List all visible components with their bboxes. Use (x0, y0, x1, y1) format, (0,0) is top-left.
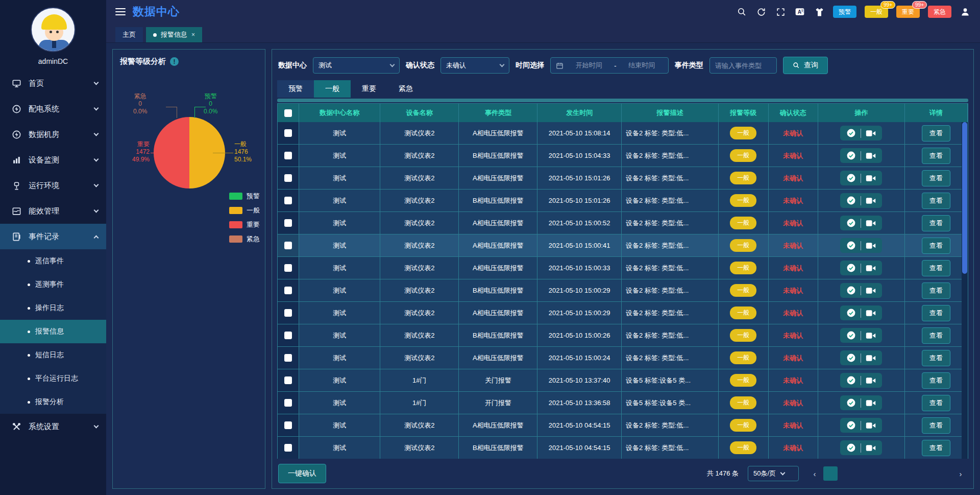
horizontal-scrollbar[interactable] (277, 99, 968, 102)
time-range-picker[interactable]: 开始时间 - 结束时间 (550, 57, 669, 74)
tab-alarm-info[interactable]: 报警信息 × (146, 27, 202, 42)
page-button[interactable] (938, 466, 952, 481)
alarm-tab[interactable]: 紧急 (387, 80, 424, 98)
view-button[interactable]: 查看 (922, 440, 950, 456)
camera-icon[interactable] (866, 174, 876, 182)
page-button[interactable] (872, 466, 887, 481)
hamburger-menu-icon[interactable] (115, 8, 126, 15)
confirm-check-icon[interactable] (846, 420, 856, 430)
row-checkbox[interactable] (284, 444, 292, 452)
confirm-check-icon[interactable] (846, 353, 856, 363)
confirm-check-icon[interactable] (846, 218, 856, 228)
camera-icon[interactable] (866, 152, 876, 160)
badge-urgent[interactable]: 紧急 (928, 6, 951, 18)
confirm-all-button[interactable]: 一键确认 (278, 464, 326, 483)
view-button[interactable]: 查看 (922, 170, 950, 186)
row-checkbox[interactable] (284, 174, 292, 182)
view-button[interactable]: 查看 (922, 282, 950, 299)
sidebar-subitem[interactable]: 短信日志 (0, 343, 106, 367)
confirm-check-icon[interactable] (846, 128, 856, 138)
view-button[interactable]: 查看 (922, 350, 950, 366)
camera-icon[interactable] (866, 287, 876, 295)
status-select[interactable]: 未确认 (440, 57, 509, 74)
sidebar-subitem[interactable]: 遥信事件 (0, 249, 106, 273)
view-button[interactable]: 查看 (922, 305, 950, 321)
camera-icon[interactable] (866, 444, 876, 452)
page-button[interactable] (905, 466, 919, 481)
camera-icon[interactable] (866, 129, 876, 137)
avatar[interactable] (31, 7, 76, 52)
row-checkbox[interactable] (284, 129, 292, 137)
scrollbar-thumb[interactable] (962, 122, 967, 274)
row-checkbox[interactable] (284, 332, 292, 339)
translate-icon[interactable]: A文 (794, 6, 805, 17)
page-button[interactable] (921, 466, 936, 481)
view-button[interactable]: 查看 (922, 215, 950, 231)
page-button[interactable] (889, 466, 903, 481)
confirm-check-icon[interactable] (846, 151, 856, 160)
row-checkbox[interactable] (284, 354, 292, 362)
search-icon[interactable] (736, 6, 747, 17)
sidebar-item-power-distribution[interactable]: 配电系统 (0, 96, 106, 122)
row-checkbox[interactable] (284, 152, 292, 159)
view-button[interactable]: 查看 (922, 260, 950, 276)
legend-item[interactable]: 预警 (229, 192, 260, 201)
camera-icon[interactable] (866, 264, 876, 272)
sidebar-subitem[interactable]: 报警分析 (0, 390, 106, 414)
close-icon[interactable]: × (191, 31, 195, 38)
sidebar-item-device-monitoring[interactable]: 设备监测 (0, 147, 106, 173)
dc-select[interactable]: 测试 (313, 57, 400, 74)
view-button[interactable]: 查看 (922, 193, 950, 209)
view-button[interactable]: 查看 (922, 238, 950, 254)
tab-home[interactable]: 主页 (115, 27, 143, 42)
confirm-check-icon[interactable] (846, 331, 856, 340)
view-button[interactable]: 查看 (922, 417, 950, 434)
view-button[interactable]: 查看 (922, 327, 950, 344)
select-all-checkbox[interactable] (284, 109, 292, 117)
sidebar-item-environment[interactable]: 运行环境 (0, 173, 106, 198)
theme-shirt-icon[interactable] (814, 6, 825, 17)
page-size-select[interactable]: 50条/页 (748, 466, 799, 481)
sidebar-subitem[interactable]: 报警信息 (0, 320, 106, 343)
sidebar-subitem[interactable]: 平台运行日志 (0, 367, 106, 390)
sidebar-item-data-room[interactable]: 数据机房 (0, 122, 106, 147)
row-checkbox[interactable] (284, 287, 292, 294)
row-checkbox[interactable] (284, 421, 292, 429)
sidebar-subitem[interactable]: 操作日志 (0, 296, 106, 320)
page-button[interactable] (823, 466, 838, 481)
alarm-tab[interactable]: 重要 (351, 80, 387, 98)
camera-icon[interactable] (866, 354, 876, 362)
user-icon[interactable] (960, 6, 971, 17)
info-icon[interactable]: ! (170, 57, 179, 66)
camera-icon[interactable] (866, 197, 876, 205)
legend-item[interactable]: 一般 (229, 206, 260, 215)
camera-icon[interactable] (866, 242, 876, 250)
confirm-check-icon[interactable] (846, 241, 856, 250)
row-checkbox[interactable] (284, 376, 292, 384)
confirm-check-icon[interactable] (846, 173, 856, 183)
camera-icon[interactable] (866, 421, 876, 430)
sidebar-item-energy[interactable]: 能效管理 (0, 198, 106, 224)
page-button[interactable] (840, 466, 854, 481)
alarm-tab[interactable]: 一般 (314, 80, 351, 98)
badge-normal[interactable]: 一般99+ (865, 6, 888, 18)
sidebar-item-settings[interactable]: 系统设置 (0, 414, 106, 439)
camera-icon[interactable] (866, 309, 876, 317)
page-button[interactable] (856, 466, 870, 481)
row-checkbox[interactable] (284, 219, 292, 227)
camera-icon[interactable] (866, 376, 876, 385)
query-button[interactable]: 查询 (783, 57, 828, 74)
camera-icon[interactable] (866, 219, 876, 227)
alarm-tab[interactable]: 预警 (277, 80, 314, 98)
sidebar-item-event-records[interactable]: 事件记录 (0, 224, 106, 249)
refresh-icon[interactable] (755, 6, 767, 17)
confirm-check-icon[interactable] (846, 443, 856, 453)
confirm-check-icon[interactable] (846, 263, 856, 273)
prev-page-button[interactable]: ‹ (808, 467, 821, 480)
badge-major[interactable]: 重要99+ (896, 6, 920, 18)
view-button[interactable]: 查看 (922, 125, 950, 142)
confirm-check-icon[interactable] (846, 398, 856, 408)
view-button[interactable]: 查看 (922, 148, 950, 164)
legend-item[interactable]: 紧急 (229, 234, 260, 244)
camera-icon[interactable] (866, 332, 876, 340)
